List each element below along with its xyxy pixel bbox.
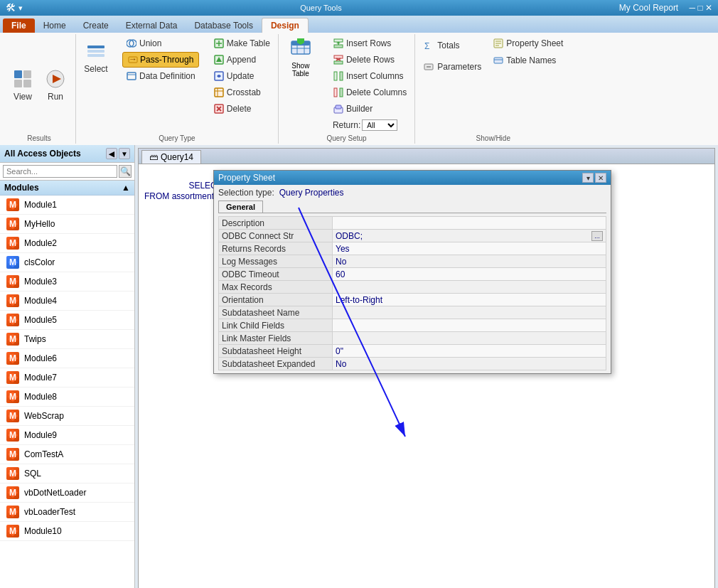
- property-sheet-button[interactable]: Property Sheet: [489, 36, 567, 51]
- run-button[interactable]: Run: [40, 63, 71, 106]
- ps-property-value[interactable]: No: [333, 255, 606, 268]
- ps-tab-general[interactable]: General: [218, 201, 263, 213]
- tab-database-tools[interactable]: Database Tools: [186, 18, 262, 33]
- builder-button[interactable]: Builder: [329, 101, 410, 117]
- query-tab-query14[interactable]: 🗃 Query14: [141, 150, 201, 164]
- tab-home[interactable]: Home: [35, 18, 75, 33]
- tab-file[interactable]: File: [3, 18, 35, 33]
- sidebar-item[interactable]: MvbDotNetLoader: [0, 483, 134, 503]
- make-table-button[interactable]: Make Table: [210, 36, 274, 51]
- search-button[interactable]: 🔍: [119, 165, 132, 178]
- sidebar-section-header[interactable]: Modules ▲: [0, 181, 134, 196]
- ps-property-value[interactable]: [333, 217, 606, 230]
- ps-property-label: Log Messages: [219, 255, 333, 268]
- tab-design[interactable]: Design: [262, 18, 309, 33]
- table-names-button[interactable]: Table Names: [489, 53, 567, 68]
- sidebar-item[interactable]: MTwips: [0, 330, 134, 349]
- window-controls[interactable]: ─ □ ✕: [690, 3, 712, 13]
- sidebar-item[interactable]: MModule4: [0, 292, 134, 311]
- ps-property-row[interactable]: ODBC Connect StrODBC;...: [219, 230, 606, 242]
- sidebar-item[interactable]: MvbLoaderTest: [0, 503, 134, 522]
- ps-property-value[interactable]: [333, 332, 606, 345]
- ps-property-row[interactable]: Subdatasheet ExpandedNo: [219, 358, 606, 370]
- append-button[interactable]: Append: [210, 52, 274, 68]
- ps-property-row[interactable]: Log MessagesNo: [219, 255, 606, 268]
- delete-rows-button[interactable]: Delete Rows: [329, 52, 410, 68]
- app-title: Query Tools: [300, 3, 342, 13]
- ps-property-value[interactable]: [333, 306, 606, 319]
- ps-property-row[interactable]: Max Records: [219, 281, 606, 294]
- svg-rect-3: [23, 80, 31, 87]
- ps-property-row[interactable]: Subdatasheet Height0": [219, 345, 606, 358]
- tab-external-data[interactable]: External Data: [117, 18, 186, 33]
- tab-create[interactable]: Create: [75, 18, 117, 33]
- ps-property-row[interactable]: Subdatasheet Name: [219, 306, 606, 319]
- view-button[interactable]: View: [7, 63, 38, 106]
- insert-rows-button[interactable]: Insert Rows: [329, 36, 410, 51]
- delete-button[interactable]: Delete: [210, 101, 274, 117]
- insert-columns-icon: [333, 70, 344, 82]
- sidebar-collapse-btn[interactable]: ◀: [106, 148, 117, 159]
- ps-property-value[interactable]: ODBC;...: [333, 230, 606, 242]
- module-icon: M: [6, 274, 20, 289]
- sidebar-item[interactable]: MMyHello: [0, 215, 134, 234]
- sidebar-item-label: WebScrap: [24, 411, 64, 421]
- sidebar-section-label: Modules: [4, 183, 39, 193]
- ps-property-value[interactable]: Left-to-Right: [333, 294, 606, 306]
- sidebar-item-label: Module6: [24, 353, 57, 363]
- sidebar-item-label: Module4: [24, 296, 57, 306]
- svg-rect-6: [87, 46, 105, 48]
- delete-columns-button[interactable]: Delete Columns: [329, 85, 410, 100]
- parameters-button[interactable]: Parameters: [419, 57, 485, 77]
- pass-through-button[interactable]: → Pass-Through: [122, 52, 199, 68]
- data-definition-button[interactable]: Data Definition: [122, 68, 199, 84]
- ps-property-value[interactable]: 0": [333, 345, 606, 358]
- sidebar-item[interactable]: MSQL: [0, 464, 134, 483]
- sidebar-item[interactable]: MModule7: [0, 368, 134, 387]
- sidebar-item[interactable]: MModule5: [0, 311, 134, 330]
- ps-property-value[interactable]: [333, 281, 606, 294]
- totals-button[interactable]: Σ Totals: [419, 36, 485, 55]
- module-icon-shape: M: [6, 352, 19, 365]
- ps-property-row[interactable]: Link Child Fields: [219, 319, 606, 332]
- ps-property-row[interactable]: Link Master Fields: [219, 332, 606, 345]
- ps-odbc-button[interactable]: ...: [591, 231, 603, 241]
- delete-columns-icon: [333, 87, 344, 98]
- insert-columns-button[interactable]: Insert Columns: [329, 68, 410, 84]
- sidebar-item[interactable]: MclsColor: [0, 253, 134, 272]
- sidebar-options-btn[interactable]: ▼: [119, 148, 130, 159]
- ps-property-value[interactable]: No: [333, 358, 606, 370]
- sidebar-item[interactable]: MWebScrap: [0, 407, 134, 426]
- crosstab-button[interactable]: Crosstab: [210, 85, 274, 100]
- sidebar-item[interactable]: MModule10: [0, 522, 134, 541]
- svg-rect-7: [87, 50, 105, 53]
- union-button[interactable]: Union: [122, 36, 199, 51]
- search-input[interactable]: [3, 165, 117, 178]
- select-button[interactable]: Select: [80, 36, 112, 78]
- module-icon-shape: M: [6, 275, 19, 288]
- sidebar-item[interactable]: MModule9: [0, 426, 134, 445]
- svg-rect-34: [334, 45, 343, 48]
- sidebar-item[interactable]: MModule3: [0, 272, 134, 292]
- ps-property-row[interactable]: Description: [219, 217, 606, 230]
- ps-property-row[interactable]: ODBC Timeout60: [219, 268, 606, 281]
- show-table-button[interactable]: ShowTable: [283, 36, 318, 78]
- property-sheet-collapse-btn[interactable]: ▾: [582, 173, 594, 183]
- ps-property-row[interactable]: OrientationLeft-to-Right: [219, 294, 606, 306]
- results-buttons: View Run: [7, 36, 71, 133]
- update-button[interactable]: Update: [210, 68, 274, 84]
- sidebar-item[interactable]: MComTestA: [0, 445, 134, 464]
- ps-property-row[interactable]: Returns RecordsYes: [219, 242, 606, 255]
- ps-property-value[interactable]: 60: [333, 268, 606, 281]
- ps-property-value[interactable]: [333, 319, 606, 332]
- sidebar-item[interactable]: MModule2: [0, 234, 134, 253]
- return-select[interactable]: Return: All 5 25: [329, 117, 410, 133]
- property-sheet-panel: Property Sheet ▾ ✕ Selection type: Query…: [213, 170, 611, 374]
- sidebar-item[interactable]: MModule1: [0, 196, 134, 215]
- property-sheet-close-btn[interactable]: ✕: [595, 173, 606, 183]
- return-value[interactable]: All 5 25: [362, 119, 397, 131]
- ps-property-value[interactable]: Yes: [333, 242, 606, 255]
- sidebar-item[interactable]: MModule6: [0, 349, 134, 368]
- delete-label: Delete: [227, 104, 252, 114]
- sidebar-item[interactable]: MModule8: [0, 387, 134, 407]
